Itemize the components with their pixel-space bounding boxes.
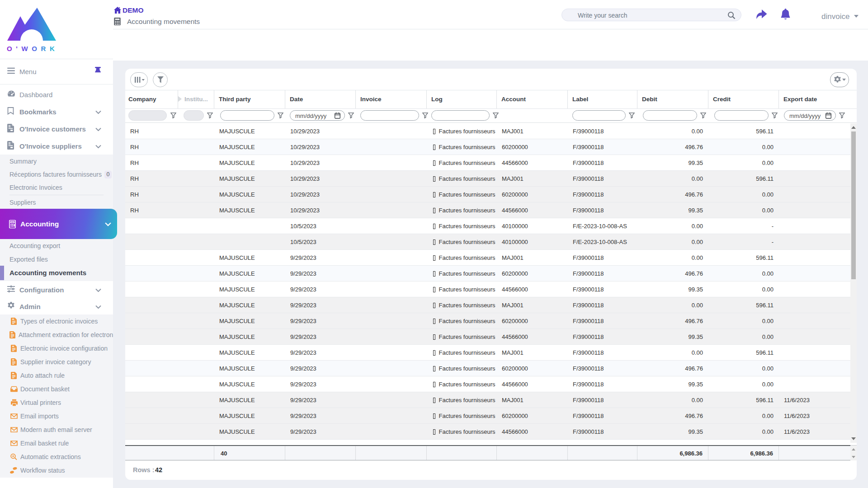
svg-text:O'WORK: O'WORK [7,45,58,52]
